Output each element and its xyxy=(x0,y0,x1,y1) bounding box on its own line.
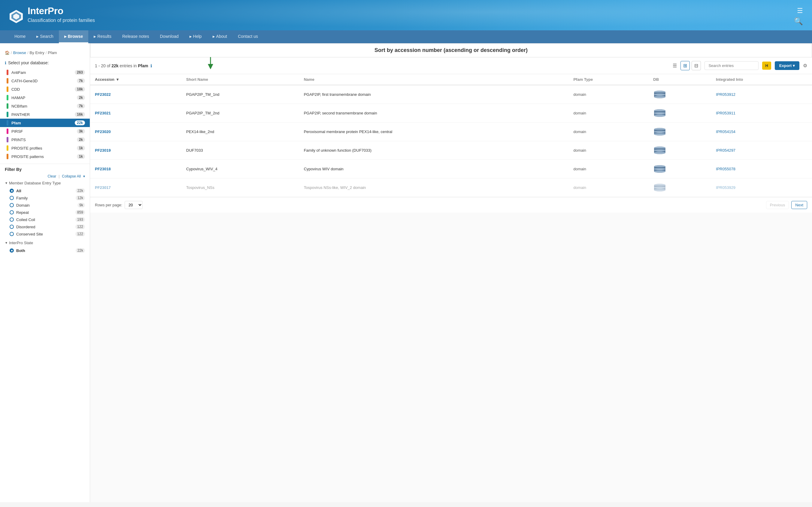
prev-page-button[interactable]: Previous xyxy=(766,201,789,209)
db-item-pirsf[interactable]: PIRSF 3k xyxy=(0,127,90,135)
type-cell: domain xyxy=(569,178,648,197)
db-item-prosite-patterns[interactable]: PROSITE patterns 1k xyxy=(0,152,90,161)
nav-about[interactable]: ▶ About xyxy=(207,30,233,43)
filter-item-domain[interactable]: Domain 9k xyxy=(5,202,85,209)
filter-label: All xyxy=(16,189,73,193)
db-count: 7k xyxy=(77,78,85,83)
list-view-button[interactable]: ⊟ xyxy=(692,61,701,70)
short-name-cell: PEX14-like_2nd xyxy=(181,122,299,141)
collapse-group-icon[interactable]: ▼ xyxy=(5,181,8,185)
integrated-cell[interactable]: IPR054154 xyxy=(711,122,812,141)
entry-count: 1 - 20 of 22k entries in Pfam ℹ xyxy=(95,63,669,68)
home-breadcrumb-icon[interactable]: 🏠 xyxy=(5,50,10,55)
filter-count: 9k xyxy=(77,203,85,208)
accession-cell[interactable]: PF23017 xyxy=(90,178,181,197)
collapse-arrow-icon: ▾ xyxy=(83,174,85,178)
db-count: 16k xyxy=(75,112,85,117)
search-icon[interactable]: 🔍 xyxy=(794,17,803,25)
db-item-ncbifam[interactable]: NCBIfam 7k xyxy=(0,102,90,110)
table-row[interactable]: PF23018 Cypovirus_WIV_4 Cypovirus WIV do… xyxy=(90,160,812,178)
filter-count: 122 xyxy=(75,224,85,229)
table-row[interactable]: PF23022 PGAP2IP_TM_1nd PGAP2IP, first tr… xyxy=(90,85,812,104)
filter-item-conserved-site[interactable]: Conserved Site 122 xyxy=(5,230,85,238)
browse-breadcrumb[interactable]: Browse xyxy=(13,50,26,55)
filter-items-list: All 22k Family 12k Domain 9k Repeat 859 … xyxy=(5,187,85,238)
integrated-cell[interactable]: IPR054297 xyxy=(711,141,812,160)
integrated-cell[interactable]: IPR053911 xyxy=(711,104,812,122)
db-item-prints[interactable]: PRINTS 2k xyxy=(0,135,90,144)
accession-cell[interactable]: PF23018 xyxy=(90,160,181,178)
nav-release-notes[interactable]: Release notes xyxy=(117,30,155,43)
nav-browse[interactable]: ▶ Browse xyxy=(59,30,89,43)
db-name: HAMAP xyxy=(11,96,77,100)
filter-item-repeat[interactable]: Repeat 859 xyxy=(5,209,85,216)
rows-per-page-select[interactable]: 20 10 50 100 xyxy=(125,201,142,209)
db-cell xyxy=(648,85,711,104)
filter-count: 22k xyxy=(76,188,85,193)
export-button[interactable]: Export ▾ xyxy=(775,61,799,70)
pagination: Previous Next xyxy=(766,201,807,209)
nav-contact[interactable]: Contact us xyxy=(232,30,264,43)
table-row[interactable]: PF23020 PEX14-like_2nd Peroxisomal membr… xyxy=(90,122,812,141)
integrated-cell[interactable]: IPR053912 xyxy=(711,85,812,104)
filter-label: Repeat xyxy=(16,210,73,215)
filter-controls[interactable]: Clear | Collapse All ▾ xyxy=(5,174,85,178)
col-short-name: Short Name xyxy=(181,74,299,85)
filter-item-disordered[interactable]: Disordered 122 xyxy=(5,223,85,230)
table-row[interactable]: PF23021 PGAP2IP_TM_2nd PGAP2IP, second t… xyxy=(90,104,812,122)
db-item-antifam[interactable]: AntiFam 263 xyxy=(0,68,90,76)
db-count: 1k xyxy=(77,154,85,159)
search-input[interactable] xyxy=(704,61,759,70)
accession-cell[interactable]: PF23019 xyxy=(90,141,181,160)
short-name-cell: Tospovirus_NSs xyxy=(181,178,299,197)
next-page-button[interactable]: Next xyxy=(791,201,807,209)
menu-icon[interactable]: ☰ xyxy=(797,7,803,14)
table-body: PF23022 PGAP2IP_TM_1nd PGAP2IP, first tr… xyxy=(90,85,812,197)
highlight-button[interactable]: H xyxy=(762,62,771,70)
accession-cell[interactable]: PF23021 xyxy=(90,104,181,122)
accession-cell[interactable]: PF23020 xyxy=(90,122,181,141)
db-count: 2k xyxy=(77,137,85,142)
db-item-prosite-profiles[interactable]: PROSITE profiles 1k xyxy=(0,144,90,152)
col-pfam-type: Pfam Type xyxy=(569,74,648,85)
nav-search[interactable]: ▶ Search xyxy=(31,30,59,43)
db-item-hamap[interactable]: HAMAP 2k xyxy=(0,94,90,102)
filter-item-both[interactable]: Both 22k xyxy=(5,247,85,254)
type-cell: domain xyxy=(569,122,648,141)
short-name-cell: DUF7033 xyxy=(181,141,299,160)
sort-arrow-icon: ▾ xyxy=(117,77,119,82)
info-icon: ℹ xyxy=(5,61,6,65)
table-row[interactable]: PF23017 Tospovirus_NSs Tospovirus NSs-li… xyxy=(90,178,812,197)
nav-home[interactable]: Home xyxy=(9,30,31,43)
filter-item-family[interactable]: Family 12k xyxy=(5,194,85,202)
clear-filter-button[interactable]: Clear xyxy=(48,174,56,178)
settings-icon[interactable]: ⚙ xyxy=(803,63,807,68)
filter-item-all[interactable]: All 22k xyxy=(5,187,85,194)
grid-view-button[interactable]: ⊞ xyxy=(681,61,690,70)
db-item-cdd[interactable]: CDD 18k xyxy=(0,85,90,94)
db-count: 2k xyxy=(77,95,85,100)
collapse-interpro-icon[interactable]: ▼ xyxy=(5,241,8,244)
filter-label: Family xyxy=(16,196,73,200)
tooltip-banner: Sort by accession number (ascending or d… xyxy=(90,43,812,57)
db-name: PIRSF xyxy=(11,129,77,134)
short-name-cell: Cypovirus_WIV_4 xyxy=(181,160,299,178)
integrated-cell[interactable]: IPR053929 xyxy=(711,178,812,197)
nav-results[interactable]: ▶ Results xyxy=(88,30,117,43)
db-item-pfam[interactable]: Pfam 22k xyxy=(0,119,90,127)
data-table: Accession ▾ Short Name Name Pfam Type DB… xyxy=(90,74,812,197)
collapse-all-button[interactable]: Collapse All xyxy=(62,174,81,178)
integrated-cell[interactable]: IPR055078 xyxy=(711,160,812,178)
nav-help[interactable]: ▶ Help xyxy=(184,30,207,43)
nav-arrow-icon-about: ▶ xyxy=(213,35,215,38)
nav-download[interactable]: Download xyxy=(155,30,184,43)
filter-radio-both xyxy=(10,248,14,252)
filter-toggle-icon[interactable]: ☰ xyxy=(673,63,677,68)
db-count: 3k xyxy=(77,129,85,134)
col-accession[interactable]: Accession ▾ xyxy=(90,74,181,85)
db-item-cath-gene3d[interactable]: CATH-Gene3D 7k xyxy=(0,76,90,85)
accession-cell[interactable]: PF23022 xyxy=(90,85,181,104)
db-item-panther[interactable]: PANTHER 16k xyxy=(0,110,90,119)
filter-item-coiled-coil[interactable]: Coiled Coil 193 xyxy=(5,216,85,223)
table-row[interactable]: PF23019 DUF7033 Family of unknown functi… xyxy=(90,141,812,160)
